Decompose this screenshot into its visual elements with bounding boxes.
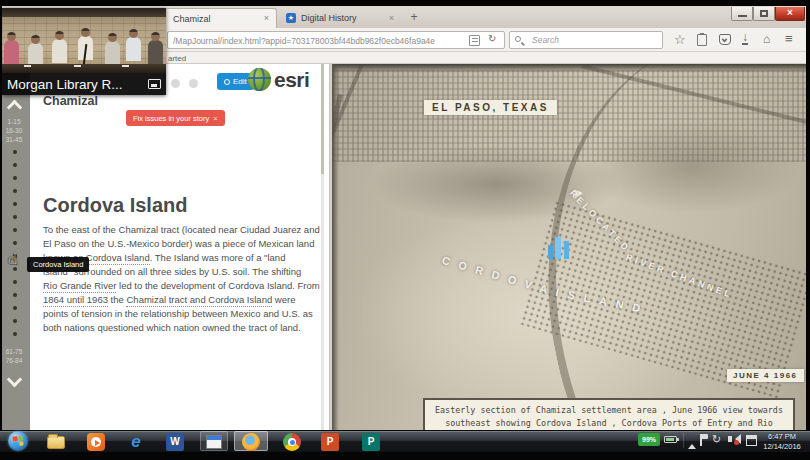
screen: Chamizal × ★ Digital History × + × /MapJ… [0,0,810,460]
chrome-icon[interactable] [283,433,301,451]
show-hidden-icons-icon[interactable] [688,440,696,449]
volume-muted-icon[interactable] [728,436,732,442]
start-button-icon[interactable] [8,431,28,451]
action-center-flag-icon[interactable] [700,434,702,446]
taskbar-items: e W P P 99% ↻ 6:47 PM 12/14/2016 [0,0,810,460]
windows-explorer-icon[interactable] [47,436,65,449]
firefox-icon[interactable] [242,433,260,451]
publisher-icon[interactable]: P [362,433,380,451]
app-window-icon[interactable] [206,435,222,449]
media-player-icon[interactable] [87,433,105,451]
clock-date: 12/14/2016 [760,442,804,452]
clock-time: 6:47 PM [760,432,804,442]
battery-percent-badge[interactable]: 99% [638,433,660,446]
tray-window-icon[interactable] [746,435,757,446]
battery-icon[interactable] [664,436,677,443]
tray-divider [683,433,684,448]
internet-explorer-icon[interactable]: e [127,433,145,451]
word-icon[interactable]: W [166,433,184,451]
sync-icon[interactable]: ↻ [712,433,721,446]
taskbar-clock[interactable]: 6:47 PM 12/14/2016 [760,432,804,451]
powerpoint-icon[interactable]: P [321,433,339,451]
